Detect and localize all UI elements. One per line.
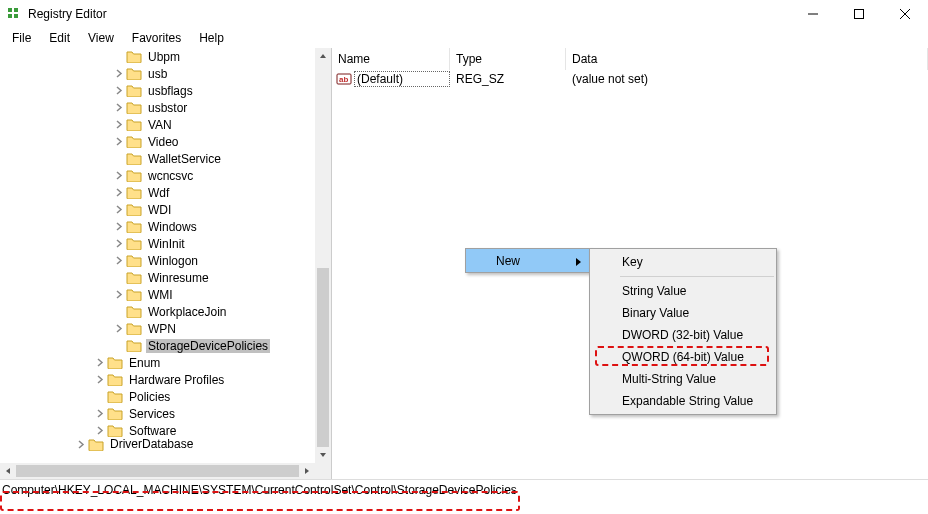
menu-new-expandstring[interactable]: Expandable String Value bbox=[590, 390, 776, 412]
tree-item[interactable]: DriverDatabase bbox=[0, 439, 315, 449]
tree-item[interactable]: usb bbox=[0, 65, 315, 82]
tree-expander-icon[interactable] bbox=[110, 137, 126, 146]
tree-item[interactable]: WalletService bbox=[0, 150, 315, 167]
tree-vscrollbar[interactable] bbox=[315, 48, 331, 463]
app-icon bbox=[6, 6, 22, 22]
scroll-down-button[interactable] bbox=[315, 447, 331, 463]
tree-expander-icon[interactable] bbox=[110, 222, 126, 231]
folder-icon bbox=[107, 373, 123, 386]
tree-item[interactable]: WorkplaceJoin bbox=[0, 303, 315, 320]
tree-expander-icon[interactable] bbox=[91, 358, 107, 367]
tree-item[interactable]: usbstor bbox=[0, 99, 315, 116]
tree-item-label: DriverDatabase bbox=[108, 437, 195, 451]
tree-item-label: Hardware Profiles bbox=[127, 373, 226, 387]
maximize-button[interactable] bbox=[836, 0, 882, 28]
tree-item[interactable]: StorageDevicePolicies bbox=[0, 337, 315, 354]
menu-new-dword[interactable]: DWORD (32-bit) Value bbox=[590, 324, 776, 346]
menu-new-string[interactable]: String Value bbox=[590, 280, 776, 302]
tree-item[interactable]: Hardware Profiles bbox=[0, 371, 315, 388]
tree-item[interactable]: WinInit bbox=[0, 235, 315, 252]
tree-item[interactable]: Winresume bbox=[0, 269, 315, 286]
value-row[interactable]: ab (Default) REG_SZ (value not set) bbox=[332, 70, 928, 88]
tree-expander-icon[interactable] bbox=[110, 290, 126, 299]
status-path: Computer\HKEY_LOCAL_MACHINE\SYSTEM\Curre… bbox=[2, 483, 517, 497]
folder-icon bbox=[107, 390, 123, 403]
tree-expander-icon[interactable] bbox=[110, 103, 126, 112]
context-menu-new[interactable]: New bbox=[466, 249, 590, 272]
menu-favorites[interactable]: Favorites bbox=[124, 29, 189, 47]
menu-view[interactable]: View bbox=[80, 29, 122, 47]
tree-expander-icon[interactable] bbox=[91, 375, 107, 384]
menu-new-key[interactable]: Key bbox=[590, 251, 776, 273]
tree-expander-icon[interactable] bbox=[110, 86, 126, 95]
tree-item[interactable]: WMI bbox=[0, 286, 315, 303]
tree-expander-icon[interactable] bbox=[110, 324, 126, 333]
folder-icon bbox=[126, 50, 142, 63]
tree-view[interactable]: UbpmusbusbflagsusbstorVANVideoWalletServ… bbox=[0, 48, 315, 463]
tree-item[interactable]: Winlogon bbox=[0, 252, 315, 269]
col-header-data[interactable]: Data bbox=[566, 48, 928, 70]
tree-item[interactable]: Enum bbox=[0, 354, 315, 371]
tree-expander-icon[interactable] bbox=[110, 171, 126, 180]
tree-item[interactable]: Video bbox=[0, 133, 315, 150]
tree-item-label: WPN bbox=[146, 322, 178, 336]
folder-icon bbox=[107, 407, 123, 420]
tree-expander-icon[interactable] bbox=[110, 256, 126, 265]
tree-item[interactable]: WPN bbox=[0, 320, 315, 337]
tree-expander-icon[interactable] bbox=[110, 188, 126, 197]
menu-new-binary[interactable]: Binary Value bbox=[590, 302, 776, 324]
tree-expander-icon[interactable] bbox=[110, 120, 126, 129]
menu-new-multistring[interactable]: Multi-String Value bbox=[590, 368, 776, 390]
tree-item[interactable]: Services bbox=[0, 405, 315, 422]
scroll-thumb[interactable] bbox=[317, 268, 329, 447]
tree-item-label: Winlogon bbox=[146, 254, 200, 268]
scroll-left-button[interactable] bbox=[0, 463, 16, 479]
folder-icon bbox=[126, 203, 142, 216]
scroll-up-button[interactable] bbox=[315, 48, 331, 64]
minimize-button[interactable] bbox=[790, 0, 836, 28]
col-header-type[interactable]: Type bbox=[450, 48, 566, 70]
folder-icon bbox=[126, 305, 142, 318]
tree-item-label: VAN bbox=[146, 118, 174, 132]
scroll-thumb-h[interactable] bbox=[16, 465, 299, 477]
tree-item-label: usbstor bbox=[146, 101, 189, 115]
svg-marker-9 bbox=[320, 453, 326, 457]
scroll-corner bbox=[315, 463, 331, 479]
tree-item-label: WMI bbox=[146, 288, 175, 302]
folder-icon bbox=[126, 339, 142, 352]
tree-item-label: Services bbox=[127, 407, 177, 421]
menu-new-binary-label: Binary Value bbox=[622, 306, 689, 320]
tree-item[interactable]: usbflags bbox=[0, 82, 315, 99]
tree-expander-icon[interactable] bbox=[110, 239, 126, 248]
tree-item[interactable]: Policies bbox=[0, 388, 315, 405]
folder-icon bbox=[126, 220, 142, 233]
menu-help[interactable]: Help bbox=[191, 29, 232, 47]
tree-item[interactable]: VAN bbox=[0, 116, 315, 133]
col-header-name[interactable]: Name bbox=[332, 48, 450, 70]
tree-item[interactable]: Windows bbox=[0, 218, 315, 235]
submenu-arrow-icon bbox=[574, 256, 582, 270]
svg-marker-11 bbox=[305, 468, 309, 474]
menu-edit[interactable]: Edit bbox=[41, 29, 78, 47]
menu-new-qword[interactable]: QWORD (64-bit) Value bbox=[590, 346, 776, 368]
tree-item[interactable]: WDI bbox=[0, 201, 315, 218]
tree-hscrollbar[interactable] bbox=[0, 463, 315, 479]
menu-file[interactable]: File bbox=[4, 29, 39, 47]
tree-expander-icon[interactable] bbox=[91, 426, 107, 435]
tree-item-label: Software bbox=[127, 424, 178, 438]
tree-item[interactable]: wcncsvc bbox=[0, 167, 315, 184]
tree-item[interactable]: Ubpm bbox=[0, 48, 315, 65]
close-button[interactable] bbox=[882, 0, 928, 28]
menu-new-multistring-label: Multi-String Value bbox=[622, 372, 716, 386]
tree-expander-icon[interactable] bbox=[72, 440, 88, 449]
svg-text:ab: ab bbox=[339, 75, 348, 84]
string-value-icon: ab bbox=[336, 71, 352, 87]
scroll-right-button[interactable] bbox=[299, 463, 315, 479]
window-title: Registry Editor bbox=[28, 7, 790, 21]
tree-item-label: Ubpm bbox=[146, 50, 182, 64]
folder-icon bbox=[126, 84, 142, 97]
tree-expander-icon[interactable] bbox=[91, 409, 107, 418]
tree-expander-icon[interactable] bbox=[110, 205, 126, 214]
tree-item[interactable]: Wdf bbox=[0, 184, 315, 201]
tree-expander-icon[interactable] bbox=[110, 69, 126, 78]
